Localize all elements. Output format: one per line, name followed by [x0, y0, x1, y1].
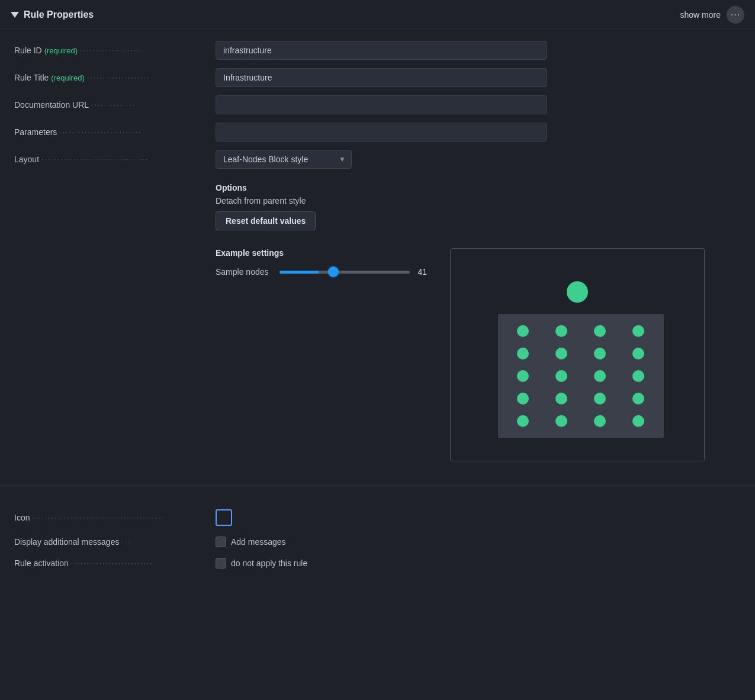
rule-activation-toggle[interactable] [216, 558, 226, 569]
rule-id-input[interactable] [216, 41, 547, 60]
rule-title-input[interactable] [216, 68, 547, 87]
layout-label: Layout ·································… [14, 155, 216, 164]
display-messages-label: Display additional messages ··· [14, 537, 216, 547]
preview-dot [594, 393, 606, 404]
rule-activation-row: Rule activation ························… [14, 558, 741, 569]
example-title: Example settings [216, 248, 432, 258]
doc-url-row: Documentation URL ·············· [14, 95, 741, 114]
preview-dot [594, 325, 606, 337]
preview-dot [517, 325, 529, 337]
rule-id-label: Rule ID (required) ···················· [14, 46, 216, 55]
show-more-label[interactable]: show more [680, 10, 721, 20]
rule-id-required: (required) [44, 46, 78, 55]
rule-title-required: (required) [51, 73, 84, 82]
preview-dot [632, 415, 644, 427]
example-section: Example settings Sample nodes 41 [201, 242, 755, 473]
preview-dot [555, 393, 567, 404]
header-left: Rule Properties [11, 9, 94, 20]
preview-grid [498, 314, 664, 438]
preview-dot [594, 348, 606, 359]
preview-dot [517, 393, 529, 404]
more-options-button[interactable]: ··· [727, 6, 744, 24]
preview-dot [632, 348, 644, 359]
options-section: Options Detach from parent style Reset d… [201, 177, 755, 242]
icon-row: Icon ···································… [14, 509, 741, 526]
preview-top-dot [567, 281, 588, 303]
collapse-icon[interactable] [11, 12, 19, 18]
preview-dot [517, 348, 529, 359]
slider-row: Sample nodes 41 [216, 267, 432, 277]
display-messages-row: Display additional messages ··· Add mess… [14, 537, 741, 547]
preview-dot [594, 415, 606, 427]
add-messages-label: Add messages [231, 537, 286, 547]
sample-nodes-value: 41 [418, 267, 432, 277]
preview-dot [632, 325, 644, 337]
preview-dot [594, 370, 606, 382]
add-messages-toggle[interactable] [216, 537, 226, 547]
options-title: Options [216, 183, 741, 192]
preview-dot [517, 415, 529, 427]
icon-preview-box[interactable] [216, 509, 232, 526]
icon-label: Icon ···································… [14, 513, 216, 522]
layout-row: Layout ·································… [14, 150, 741, 169]
bottom-section: Icon ···································… [0, 497, 755, 591]
doc-url-input[interactable] [216, 95, 547, 114]
rule-title-row: Rule Title (required) ··················… [14, 68, 741, 87]
form-section: Rule ID (required) ···················· … [0, 30, 755, 169]
preview-dot [517, 370, 529, 382]
detach-label: Detach from parent style [216, 196, 741, 205]
preview-dot [555, 348, 567, 359]
rule-title-label: Rule Title (required) ··················… [14, 73, 216, 82]
parameters-label: Parameters ·························· [14, 127, 216, 137]
example-left: Example settings Sample nodes 41 [216, 248, 432, 277]
sample-nodes-label: Sample nodes [216, 267, 269, 277]
preview-dot [632, 393, 644, 404]
do-not-apply-label: do not apply this rule [231, 558, 307, 568]
preview-dot [555, 325, 567, 337]
layout-select-wrapper: Leaf-Nodes Block style Block style Tree … [216, 150, 352, 169]
section-divider [0, 485, 755, 486]
doc-url-label: Documentation URL ·············· [14, 100, 216, 110]
sample-nodes-slider[interactable] [279, 271, 410, 274]
reset-defaults-button[interactable]: Reset default values [216, 211, 316, 230]
preview-box [450, 248, 705, 461]
preview-dot [555, 415, 567, 427]
rule-activation-label: Rule activation ························… [14, 558, 216, 568]
parameters-row: Parameters ·························· [14, 123, 741, 142]
preview-dot [632, 370, 644, 382]
header-bar: Rule Properties show more ··· [0, 0, 755, 30]
header-right: show more ··· [680, 6, 744, 24]
preview-dot [555, 370, 567, 382]
rule-id-row: Rule ID (required) ···················· [14, 41, 741, 60]
parameters-input[interactable] [216, 123, 547, 142]
layout-select[interactable]: Leaf-Nodes Block style Block style Tree … [216, 150, 352, 169]
panel-title: Rule Properties [24, 9, 94, 20]
